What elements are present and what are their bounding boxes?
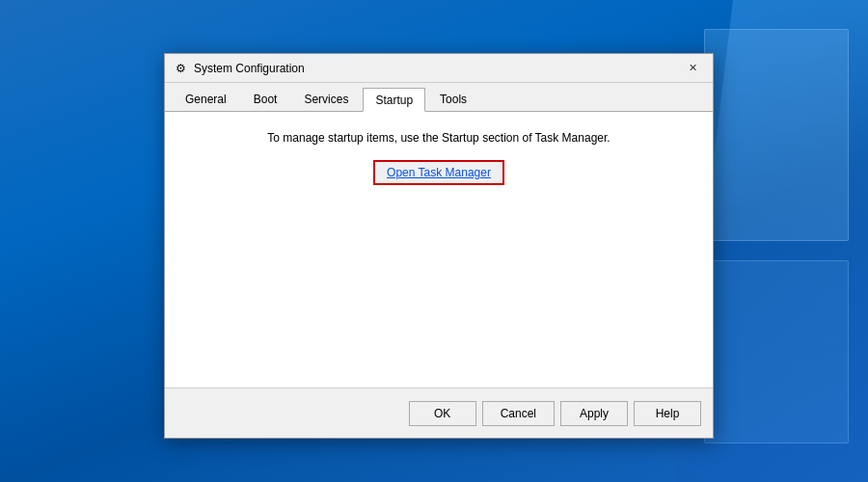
startup-content: To manage startup items, use the Startup… <box>165 112 713 388</box>
tab-general[interactable]: General <box>173 88 239 111</box>
title-bar-controls: ✕ <box>680 59 705 78</box>
apply-button[interactable]: Apply <box>560 401 628 426</box>
desktop-shape-top <box>704 29 849 241</box>
tab-startup[interactable]: Startup <box>363 88 425 112</box>
help-button[interactable]: Help <box>634 401 701 426</box>
title-bar-left: ⚙ System Configuration <box>173 61 305 76</box>
open-task-manager-button[interactable]: Open Task Manager <box>373 160 504 185</box>
tab-boot[interactable]: Boot <box>241 88 290 111</box>
desktop-shape-bottom <box>704 260 849 443</box>
dialog-footer: OK Cancel Apply Help <box>165 388 713 438</box>
tab-bar: General Boot Services Startup Tools <box>165 83 713 112</box>
title-bar: ⚙ System Configuration ✕ <box>165 54 713 83</box>
startup-description: To manage startup items, use the Startup… <box>267 131 610 145</box>
ok-button[interactable]: OK <box>409 401 476 426</box>
close-button[interactable]: ✕ <box>680 59 705 78</box>
tab-tools[interactable]: Tools <box>427 88 479 111</box>
cancel-button[interactable]: Cancel <box>482 401 555 426</box>
dialog-icon: ⚙ <box>173 61 188 76</box>
dialog-title: System Configuration <box>194 62 305 75</box>
tab-services[interactable]: Services <box>291 88 361 111</box>
system-configuration-dialog: ⚙ System Configuration ✕ General Boot Se… <box>164 53 714 439</box>
